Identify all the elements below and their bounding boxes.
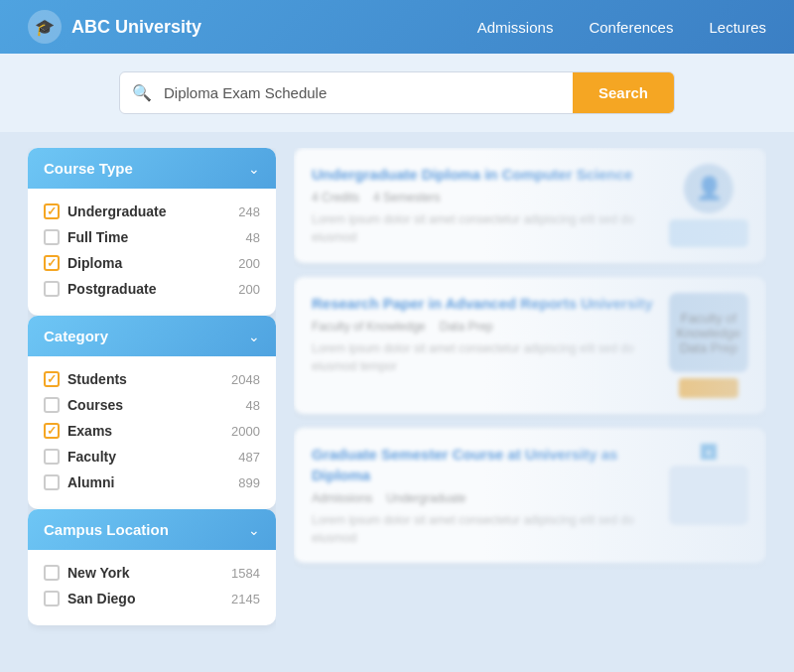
meta-credits: 4 Credits bbox=[312, 191, 359, 204]
result-meta-1: 4 Credits 4 Semesters bbox=[312, 191, 655, 204]
nav-conferences[interactable]: Conferences bbox=[589, 19, 673, 36]
filter-title-campus-location: Campus Location bbox=[44, 521, 169, 538]
sidebar: Course Type ⌄ Undergraduate248Full Time4… bbox=[28, 148, 276, 656]
filter-item[interactable]: Exams2000 bbox=[44, 418, 260, 444]
result-icon-3: ● bbox=[701, 444, 717, 460]
filter-checkbox[interactable] bbox=[44, 229, 60, 245]
brand-icon: 🎓 bbox=[28, 10, 62, 44]
filter-item-label: Exams bbox=[67, 423, 223, 439]
filter-item-count: 487 bbox=[238, 450, 260, 465]
filter-checkbox[interactable] bbox=[44, 281, 60, 297]
result-body-2: Research Paper in Advanced Reports Unive… bbox=[312, 293, 655, 398]
filter-item-count: 48 bbox=[246, 230, 260, 245]
filter-checkbox[interactable] bbox=[44, 474, 60, 490]
filter-item[interactable]: Faculty487 bbox=[44, 444, 260, 470]
filter-header-campus-location[interactable]: Campus Location ⌄ bbox=[28, 509, 276, 550]
filter-item[interactable]: Postgraduate200 bbox=[44, 276, 260, 302]
main-content: Course Type ⌄ Undergraduate248Full Time4… bbox=[0, 132, 794, 672]
result-desc-2: Lorem ipsum dolor sit amet consectetur a… bbox=[312, 339, 655, 375]
result-title-2: Research Paper in Advanced Reports Unive… bbox=[312, 293, 655, 314]
filter-item-count: 2000 bbox=[231, 424, 260, 439]
result-image-2: Faculty of KnowledgeData Prep bbox=[669, 293, 748, 372]
filter-checkbox[interactable] bbox=[44, 371, 60, 387]
result-desc-1: Lorem ipsum dolor sit amet consectetur a… bbox=[312, 210, 655, 246]
result-image-3 bbox=[669, 466, 748, 525]
filter-item[interactable]: Courses48 bbox=[44, 392, 260, 418]
filter-item[interactable]: Undergraduate248 bbox=[44, 199, 260, 224]
meta-semesters: 4 Semesters bbox=[373, 191, 440, 204]
filter-item-count: 200 bbox=[238, 256, 260, 271]
filter-item-label: Faculty bbox=[67, 449, 230, 465]
filter-checkbox[interactable] bbox=[44, 397, 60, 413]
chevron-down-icon: ⌄ bbox=[248, 522, 260, 538]
search-section: 🔍 Search bbox=[0, 54, 794, 132]
search-button[interactable]: Search bbox=[573, 72, 674, 113]
result-body-3: Graduate Semester Course at University a… bbox=[312, 444, 655, 547]
result-side-1: 👤 bbox=[669, 164, 748, 247]
filter-card-campus-location: Campus Location ⌄ New York1584San Diego2… bbox=[28, 509, 276, 625]
filter-card-course-type: Course Type ⌄ Undergraduate248Full Time4… bbox=[28, 148, 276, 316]
search-input[interactable] bbox=[164, 72, 573, 113]
filter-item-label: Full Time bbox=[67, 229, 238, 245]
filter-checkbox[interactable] bbox=[44, 591, 60, 606]
filter-item-label: New York bbox=[67, 565, 223, 581]
search-icon: 🔍 bbox=[120, 83, 164, 102]
result-card-1: Undergraduate Diploma in Computer Scienc… bbox=[294, 148, 766, 263]
filter-item-label: Postgraduate bbox=[67, 281, 230, 297]
result-badge-2 bbox=[679, 378, 738, 398]
results-panel: Undergraduate Diploma in Computer Scienc… bbox=[294, 148, 766, 656]
result-body-1: Undergraduate Diploma in Computer Scienc… bbox=[312, 164, 655, 247]
result-card-3: Graduate Semester Course at University a… bbox=[294, 428, 766, 563]
filter-item-label: Diploma bbox=[67, 255, 230, 271]
filter-item-count: 899 bbox=[238, 475, 260, 490]
filter-checkbox[interactable] bbox=[44, 203, 60, 219]
result-avatar-1: 👤 bbox=[684, 164, 733, 213]
filter-item-label: Courses bbox=[67, 397, 238, 413]
brand-name: ABC University bbox=[71, 17, 201, 38]
filter-title-category: Category bbox=[44, 328, 108, 344]
result-desc-3: Lorem ipsum dolor sit amet consectetur a… bbox=[312, 511, 655, 547]
filter-item[interactable]: Alumni899 bbox=[44, 470, 260, 495]
filter-item-count: 248 bbox=[238, 204, 260, 219]
result-side-2: Faculty of KnowledgeData Prep bbox=[669, 293, 748, 398]
filter-title-course-type: Course Type bbox=[44, 160, 133, 177]
navbar-links: Admissions Conferences Lectures bbox=[477, 19, 766, 36]
result-card-2: Research Paper in Advanced Reports Unive… bbox=[294, 277, 766, 414]
chevron-down-icon: ⌄ bbox=[248, 329, 260, 344]
filter-header-course-type[interactable]: Course Type ⌄ bbox=[28, 148, 276, 189]
meta-faculty: Faculty of Knowledge bbox=[312, 320, 426, 334]
filter-checkbox[interactable] bbox=[44, 449, 60, 465]
brand: 🎓 ABC University bbox=[28, 10, 477, 44]
filter-item-label: Alumni bbox=[67, 474, 230, 490]
result-title-1: Undergraduate Diploma in Computer Scienc… bbox=[312, 164, 655, 185]
result-meta-3: Admissions Undergraduate bbox=[312, 491, 655, 505]
filter-item-count: 200 bbox=[238, 282, 260, 297]
filter-item-label: San Diego bbox=[67, 591, 223, 606]
result-side-3: ● bbox=[669, 444, 748, 547]
meta-undergrad: Undergraduate bbox=[386, 491, 465, 505]
navbar: 🎓 ABC University Admissions Conferences … bbox=[0, 0, 794, 54]
result-title-3: Graduate Semester Course at University a… bbox=[312, 444, 655, 485]
filter-item-label: Students bbox=[67, 371, 223, 387]
filter-header-category[interactable]: Category ⌄ bbox=[28, 316, 276, 356]
filter-item[interactable]: New York1584 bbox=[44, 560, 260, 586]
chevron-down-icon: ⌄ bbox=[248, 161, 260, 177]
filter-item[interactable]: Full Time48 bbox=[44, 224, 260, 250]
nav-admissions[interactable]: Admissions bbox=[477, 19, 554, 36]
meta-dataprep: Data Prep bbox=[440, 320, 493, 334]
filter-body-course-type: Undergraduate248Full Time48Diploma200Pos… bbox=[28, 189, 276, 316]
search-bar: 🔍 Search bbox=[119, 71, 675, 114]
filter-checkbox[interactable] bbox=[44, 565, 60, 581]
filter-item[interactable]: Diploma200 bbox=[44, 250, 260, 276]
nav-lectures[interactable]: Lectures bbox=[709, 19, 766, 36]
filter-item-label: Undergraduate bbox=[67, 203, 230, 219]
filter-checkbox[interactable] bbox=[44, 255, 60, 271]
result-action-1[interactable] bbox=[669, 219, 748, 247]
meta-admissions: Admissions bbox=[312, 491, 372, 505]
filter-checkbox[interactable] bbox=[44, 423, 60, 439]
filter-card-category: Category ⌄ Students2048Courses48Exams200… bbox=[28, 316, 276, 509]
result-meta-2: Faculty of Knowledge Data Prep bbox=[312, 320, 655, 334]
filter-item[interactable]: San Diego2145 bbox=[44, 586, 260, 611]
filter-item[interactable]: Students2048 bbox=[44, 366, 260, 392]
filter-item-count: 2048 bbox=[231, 372, 260, 387]
